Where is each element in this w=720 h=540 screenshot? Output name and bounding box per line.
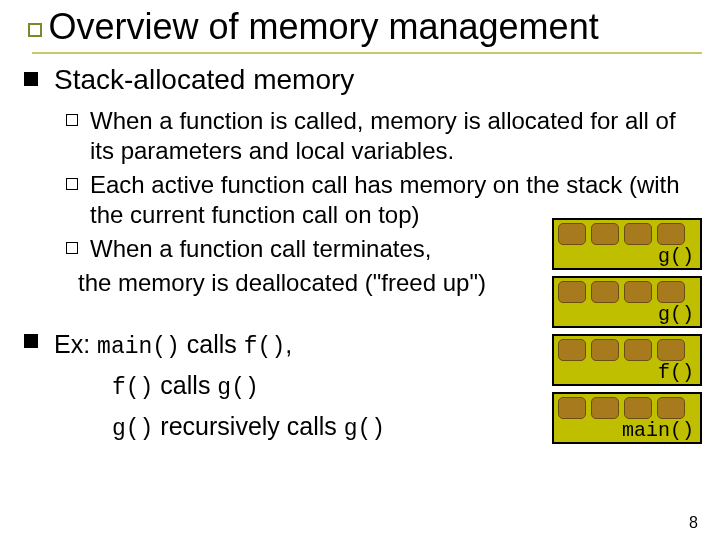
- slot-icon: [657, 281, 685, 303]
- slot-icon: [558, 397, 586, 419]
- slot-icon: [591, 339, 619, 361]
- slot-icon: [624, 339, 652, 361]
- code-g2: g(): [112, 416, 153, 442]
- slot-icon: [657, 339, 685, 361]
- stack-frame: main(): [552, 392, 702, 444]
- stack-frame: g(): [552, 218, 702, 270]
- slot-icon: [558, 223, 586, 245]
- ex-recursive: recursively calls: [153, 412, 343, 440]
- slot-icon: [558, 339, 586, 361]
- frame-label: f(): [558, 362, 696, 383]
- ex-lead: Ex:: [54, 330, 97, 358]
- code-g: g(): [217, 375, 258, 401]
- frame-label: main(): [558, 420, 696, 441]
- title-row: Overview of memory management: [28, 6, 702, 48]
- section-heading: Stack-allocated memory: [54, 64, 702, 96]
- frame-slots: [558, 281, 696, 303]
- slot-icon: [657, 223, 685, 245]
- frame-label: g(): [558, 246, 696, 267]
- frame-label: g(): [558, 304, 696, 325]
- frame-slots: [558, 339, 696, 361]
- page-number: 8: [689, 514, 698, 532]
- code-g3: g(): [344, 416, 385, 442]
- stack-diagram: g() g() f(): [552, 218, 702, 450]
- slot-icon: [591, 223, 619, 245]
- title-accent-square: [28, 23, 42, 37]
- ex-comma: ,: [285, 330, 292, 358]
- slot-icon: [624, 223, 652, 245]
- frame-slots: [558, 223, 696, 245]
- frame-slots: [558, 397, 696, 419]
- slot-icon: [624, 397, 652, 419]
- title-underline: [32, 52, 702, 54]
- stack-frame: g(): [552, 276, 702, 328]
- slot-icon: [591, 281, 619, 303]
- slide-title: Overview of memory management: [48, 6, 598, 47]
- slot-icon: [657, 397, 685, 419]
- sub-bullet-1: When a function is called, memory is all…: [66, 106, 702, 166]
- slot-icon: [558, 281, 586, 303]
- slot-icon: [624, 281, 652, 303]
- ex-calls-1: calls: [180, 330, 244, 358]
- code-main: main(): [97, 334, 180, 360]
- slot-icon: [591, 397, 619, 419]
- ex-calls-2: calls: [153, 371, 217, 399]
- stack-frame: f(): [552, 334, 702, 386]
- slide: Overview of memory management Stack-allo…: [0, 0, 720, 540]
- code-f: f(): [244, 334, 285, 360]
- code-f2: f(): [112, 375, 153, 401]
